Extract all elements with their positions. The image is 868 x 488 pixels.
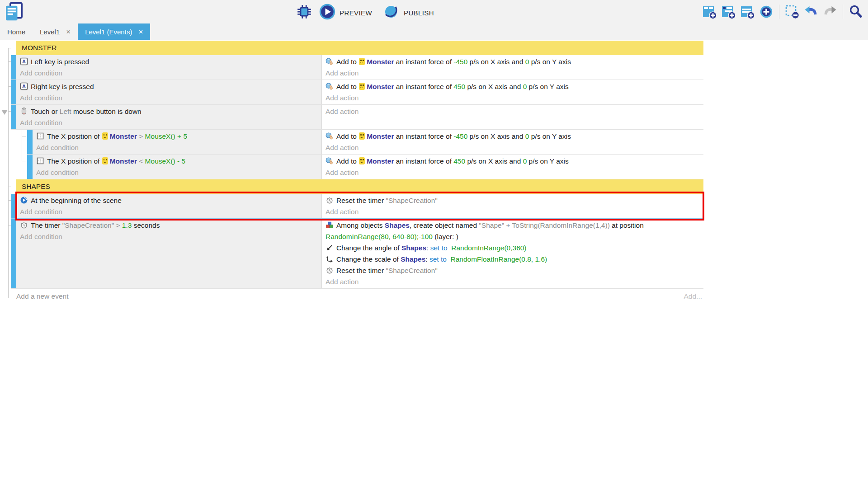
tab-home[interactable]: Home [0, 23, 33, 40]
tab-level1-scene[interactable]: Level1 × [33, 23, 78, 40]
event-row-right-key[interactable]: Right key is pressed Add condition Add t… [11, 80, 703, 105]
event-selection-bar[interactable] [11, 105, 16, 129]
condition-line[interactable]: At the beginning of the scene [20, 195, 318, 206]
add-condition-placeholder[interactable]: Add condition [20, 231, 318, 242]
globe-icon [382, 3, 400, 22]
sheet-footer: Add a new event Add... [16, 292, 702, 300]
add-condition-placeholder[interactable]: Add condition [36, 142, 318, 153]
event-selection-bar[interactable] [11, 194, 16, 218]
publish-label[interactable]: PUBLISH [404, 9, 434, 17]
action-text: Add to Monster an instant force of 450 p… [336, 83, 569, 90]
undo-button[interactable] [803, 4, 819, 19]
action-line[interactable]: Add to Monster an instant force of 450 p… [326, 81, 700, 92]
redo-button[interactable] [822, 4, 838, 19]
add-comment-button[interactable] [740, 4, 755, 19]
group-header-shapes[interactable]: SHAPES [16, 179, 703, 194]
project-manager-button[interactable] [4, 1, 24, 24]
search-events-button[interactable] [848, 4, 863, 19]
event-row-left-key[interactable]: Left key is pressed Add condition Add to… [11, 55, 703, 80]
add-condition-placeholder[interactable]: Add condition [20, 117, 318, 128]
action-line-create-object[interactable]: Among objects Shapes, create object name… [326, 220, 700, 242]
actions-cell[interactable]: Among objects Shapes, create object name… [322, 219, 703, 288]
monster-object-icon [102, 132, 108, 140]
add-condition-placeholder[interactable]: Add condition [36, 167, 318, 178]
conditions-cell[interactable]: The X position of Monster < MouseX() - 5… [33, 155, 322, 179]
publish-button[interactable] [382, 3, 400, 22]
action-text: Reset the timer "ShapeCreation" [336, 267, 438, 274]
preview-button[interactable] [319, 3, 336, 22]
close-tab-icon[interactable]: × [138, 28, 143, 36]
event-row-touch-mouse[interactable]: Touch or Left mouse button is down Add c… [11, 105, 703, 130]
add-condition-placeholder[interactable]: Add condition [20, 92, 318, 103]
monster-object-icon [359, 132, 365, 140]
add-condition-placeholder[interactable]: Add condition [20, 67, 318, 79]
position-icon [36, 157, 44, 165]
condition-line[interactable]: Touch or Left mouse button is down [20, 106, 318, 117]
conditions-cell[interactable]: At the beginning of the scene Add condit… [16, 194, 322, 218]
event-selection-bar[interactable] [27, 130, 33, 154]
tab-bar: Home Level1 × Level1 (Events) × [0, 23, 868, 40]
tab-level1-events[interactable]: Level1 (Events) × [78, 23, 150, 40]
actions-cell[interactable]: Add to Monster an instant force of 450 p… [322, 155, 703, 179]
action-line-change-angle[interactable]: Change the angle of Shapes: set to Rando… [326, 242, 700, 253]
keyboard-key-icon [20, 57, 28, 66]
condition-line[interactable]: Left key is pressed [20, 56, 318, 67]
actions-cell[interactable]: Add to Monster an instant force of -450 … [322, 130, 703, 154]
condition-line[interactable]: The X position of Monster < MouseX() - 5 [36, 155, 318, 167]
add-action-placeholder[interactable]: Add action [326, 67, 700, 79]
action-line-change-scale[interactable]: Change the scale of Shapes: set to Rando… [326, 253, 700, 265]
add-condition-placeholder[interactable]: Add condition [20, 206, 318, 217]
group-header-monster[interactable]: MONSTER [16, 41, 703, 55]
condition-line[interactable]: The timer "ShapeCreation" > 1.3 seconds [20, 220, 318, 231]
action-line-reset-timer[interactable]: Reset the timer "ShapeCreation" [326, 265, 700, 276]
actions-cell[interactable]: Reset the timer "ShapeCreation" Add acti… [322, 194, 703, 218]
keyboard-key-icon [20, 82, 28, 90]
actions-cell[interactable]: Add action [322, 105, 703, 129]
actions-cell[interactable]: Add to Monster an instant force of 450 p… [322, 80, 703, 104]
force-icon [326, 132, 334, 140]
add-action-placeholder[interactable]: Add action [326, 142, 700, 153]
condition-line[interactable]: Right key is pressed [20, 81, 318, 92]
actions-cell[interactable]: Add to Monster an instant force of -450 … [322, 55, 703, 80]
add-other-event-button[interactable] [759, 4, 774, 19]
conditions-cell[interactable]: The X position of Monster > MouseX() + 5… [33, 130, 322, 154]
timer-icon [20, 221, 28, 229]
action-text: Change the scale of Shapes: set to Rando… [336, 255, 547, 263]
conditions-cell[interactable]: Left key is pressed Add condition [16, 55, 322, 80]
conditions-cell[interactable]: Right key is pressed Add condition [16, 80, 322, 104]
add-action-placeholder[interactable]: Add action [326, 92, 700, 103]
condition-line[interactable]: The X position of Monster > MouseX() + 5 [36, 131, 318, 142]
event-selection-bar[interactable] [11, 80, 16, 104]
add-event-button[interactable] [702, 4, 717, 19]
conditions-cell[interactable]: The timer "ShapeCreation" > 1.3 seconds … [16, 219, 322, 288]
action-line[interactable]: Add to Monster an instant force of 450 p… [326, 155, 700, 167]
subevent-row-xposition-greater[interactable]: The X position of Monster > MouseX() + 5… [27, 130, 703, 155]
action-line[interactable]: Add to Monster an instant force of -450 … [326, 131, 700, 142]
event-selection-bar[interactable] [11, 55, 16, 80]
toolbar-center-group: PREVIEW PUBLISH [296, 3, 440, 22]
add-new-event-button[interactable]: Add a new event [16, 292, 68, 300]
add-action-placeholder[interactable]: Add action [326, 276, 700, 287]
event-row-timer[interactable]: The timer "ShapeCreation" > 1.3 seconds … [11, 219, 703, 289]
redo-icon [822, 4, 838, 19]
add-action-placeholder[interactable]: Add action [326, 206, 700, 217]
debugger-button[interactable] [296, 4, 312, 22]
close-tab-icon[interactable]: × [66, 28, 71, 36]
conditions-cell[interactable]: Touch or Left mouse button is down Add c… [16, 105, 322, 129]
event-row-scene-start[interactable]: At the beginning of the scene Add condit… [11, 194, 703, 219]
action-line[interactable]: Add to Monster an instant force of -450 … [326, 56, 700, 67]
add-action-placeholder[interactable]: Add action [326, 167, 700, 178]
event-selection-bar[interactable] [11, 219, 16, 288]
add-subevent-button[interactable] [721, 4, 736, 19]
add-action-placeholder[interactable]: Add action [326, 106, 700, 117]
action-text: Add to Monster an instant force of -450 … [336, 58, 571, 66]
action-line[interactable]: Reset the timer "ShapeCreation" [326, 195, 700, 206]
preview-label[interactable]: PREVIEW [340, 9, 372, 17]
toolbar-right-group [702, 4, 863, 19]
add-more-button[interactable]: Add... [684, 292, 703, 300]
event-selection-bar[interactable] [27, 155, 33, 179]
delete-selection-button[interactable] [784, 4, 800, 19]
collapse-arrow-icon[interactable] [1, 110, 8, 115]
subtree-guide-line [22, 130, 22, 161]
subevent-row-xposition-less[interactable]: The X position of Monster < MouseX() - 5… [27, 155, 703, 179]
